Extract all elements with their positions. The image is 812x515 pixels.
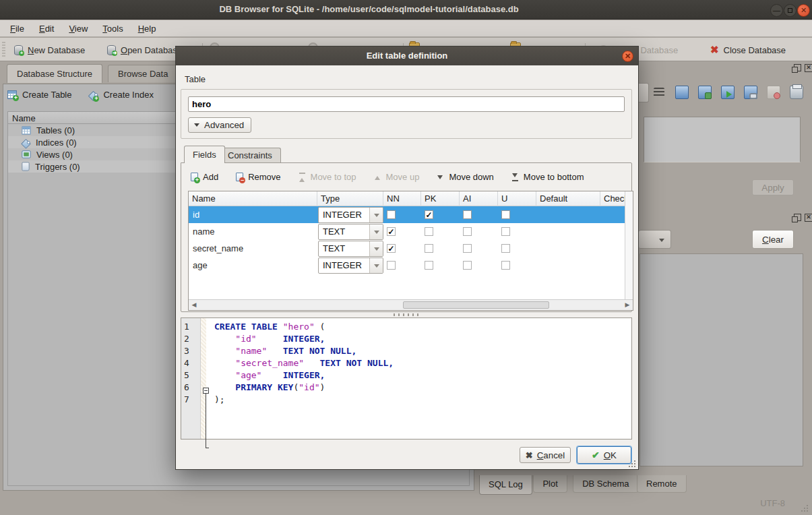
field-row-secret_name[interactable]: secret_nameTEXT✓ — [189, 240, 625, 257]
cancel-button[interactable]: ✖ Cancel — [520, 447, 571, 463]
minimize-icon[interactable]: — — [770, 4, 783, 17]
clear-log-button[interactable]: Clear — [752, 230, 794, 249]
open-database-button[interactable]: ➜ Open Database — [106, 42, 182, 58]
export-file-icon[interactable] — [697, 84, 713, 101]
type-combobox[interactable]: TEXT — [318, 241, 383, 257]
import-file-icon[interactable] — [674, 84, 690, 101]
advanced-button[interactable]: Advanced — [188, 117, 251, 133]
create-table-button[interactable]: + Create Table — [7, 90, 71, 100]
type-combobox[interactable]: INTEGER — [318, 258, 383, 274]
menu-edit[interactable]: Edit — [33, 22, 60, 36]
column-header-ai[interactable]: AI — [460, 191, 498, 206]
type-combobox[interactable]: TEXT — [318, 224, 383, 240]
ai-checkbox[interactable] — [463, 261, 472, 270]
move-down-button[interactable]: Move down — [437, 172, 493, 182]
add-button[interactable]: +Add — [191, 172, 218, 182]
close-database-button[interactable]: ✖ Close Database — [710, 42, 786, 58]
default-cell[interactable] — [536, 257, 600, 274]
encoding-status[interactable]: UTF-8 — [760, 498, 785, 508]
menu-file[interactable]: File — [4, 22, 30, 36]
scrollbar-thumb[interactable] — [403, 301, 549, 309]
field-name-cell[interactable]: secret_name — [189, 240, 317, 257]
float-dock-icon[interactable] — [794, 214, 801, 221]
ai-checkbox[interactable] — [463, 210, 472, 219]
field-row-id[interactable]: idINTEGER✓ — [189, 206, 625, 223]
bottom-tab-plot[interactable]: Plot — [533, 475, 567, 493]
close-dock-icon[interactable]: ✕ — [805, 64, 812, 72]
bottom-tab-remote[interactable]: Remote — [637, 475, 687, 493]
menu-help[interactable]: Help — [132, 22, 162, 36]
tab-browse-data[interactable]: Browse Data — [108, 65, 178, 82]
remove-button[interactable]: –Remove — [236, 172, 280, 182]
table-name-input[interactable] — [188, 96, 625, 112]
column-header-nn[interactable]: NN — [383, 191, 421, 206]
chevron-down-icon[interactable] — [369, 208, 383, 222]
new-database-button[interactable]: + New Database — [13, 42, 85, 58]
chevron-down-icon[interactable] — [369, 224, 383, 239]
u-checkbox[interactable] — [501, 210, 510, 219]
execute-icon[interactable] — [720, 84, 736, 101]
tab-database-structure[interactable]: Database Structure — [7, 64, 102, 83]
pk-checkbox[interactable] — [425, 227, 433, 236]
nn-checkbox[interactable] — [387, 261, 396, 270]
fold-marker-icon[interactable] — [203, 388, 209, 394]
float-dock-icon[interactable] — [794, 64, 801, 71]
close-window-icon[interactable]: ✕ — [797, 4, 810, 17]
ai-checkbox[interactable] — [463, 227, 472, 236]
default-cell[interactable] — [536, 240, 600, 257]
nn-checkbox[interactable] — [387, 210, 396, 219]
ai-checkbox[interactable] — [463, 244, 472, 253]
field-row-name[interactable]: nameTEXT✓ — [189, 223, 625, 240]
ok-button[interactable]: ✔ OK — [577, 446, 631, 464]
u-checkbox[interactable] — [501, 227, 510, 236]
tab-fields[interactable]: Fields — [184, 146, 225, 163]
menu-tools[interactable]: Tools — [96, 22, 129, 36]
dialog-titlebar[interactable]: Edit table definition — [176, 47, 638, 65]
column-header-default[interactable]: Default — [536, 191, 600, 206]
u-checkbox[interactable] — [501, 244, 510, 253]
field-row-age[interactable]: ageINTEGER — [189, 257, 625, 274]
column-header-name[interactable]: Name — [189, 191, 317, 206]
create-index-button[interactable]: + Create Index — [89, 90, 153, 100]
dialog-resize-grip[interactable] — [628, 459, 637, 468]
splitter-handle[interactable] — [394, 313, 420, 316]
chevron-down-icon[interactable] — [369, 241, 383, 256]
grid-horizontal-scrollbar[interactable]: ◀ ▶ — [189, 299, 633, 310]
column-header-pk[interactable]: PK — [421, 191, 460, 206]
window-resize-grip[interactable] — [801, 504, 809, 512]
link-window-icon[interactable] — [743, 84, 759, 101]
mode-button-fragment[interactable] — [639, 83, 649, 102]
tab-constraints[interactable]: Constraints — [219, 148, 281, 163]
scroll-right-icon[interactable]: ▶ — [623, 301, 631, 309]
dialog-close-icon[interactable]: ✕ — [622, 51, 633, 62]
grid-vertical-scrollbar[interactable] — [625, 191, 633, 299]
sql-log-area[interactable] — [639, 253, 803, 466]
scroll-left-icon[interactable]: ◀ — [190, 301, 198, 309]
field-name-cell[interactable]: age — [189, 257, 317, 274]
print-icon[interactable] — [788, 84, 805, 101]
log-filter-combo-fragment[interactable] — [639, 230, 671, 249]
bottom-tab-db-schema[interactable]: DB Schema — [573, 475, 638, 493]
pk-checkbox[interactable] — [425, 244, 433, 253]
chevron-down-icon[interactable] — [369, 258, 383, 273]
default-cell[interactable] — [536, 223, 600, 240]
field-name-cell[interactable]: name — [189, 223, 317, 240]
default-cell[interactable] — [536, 206, 600, 223]
sql-preview[interactable]: 1CREATE TABLE "hero" (2 "id" INTEGER,3 "… — [181, 317, 632, 440]
u-checkbox[interactable] — [501, 261, 510, 270]
nn-checkbox[interactable]: ✓ — [387, 244, 396, 253]
bottom-tab-sql-log[interactable]: SQL Log — [479, 475, 532, 495]
pk-checkbox[interactable] — [425, 261, 433, 270]
word-wrap-icon[interactable] — [651, 84, 667, 101]
pk-checkbox[interactable]: ✓ — [425, 210, 433, 219]
maximize-icon[interactable] — [784, 4, 797, 17]
field-name-cell[interactable]: id — [189, 206, 317, 223]
nn-checkbox[interactable]: ✓ — [387, 227, 396, 236]
column-header-u[interactable]: U — [498, 191, 536, 206]
move-to-bottom-button[interactable]: Move to bottom — [511, 172, 584, 182]
column-header-type[interactable]: Type — [317, 191, 383, 206]
toolbar-handle[interactable] — [2, 42, 5, 57]
cell-editor-area[interactable] — [644, 117, 801, 162]
close-dock-icon[interactable]: ✕ — [805, 214, 812, 222]
type-combobox[interactable]: INTEGER — [318, 207, 383, 223]
